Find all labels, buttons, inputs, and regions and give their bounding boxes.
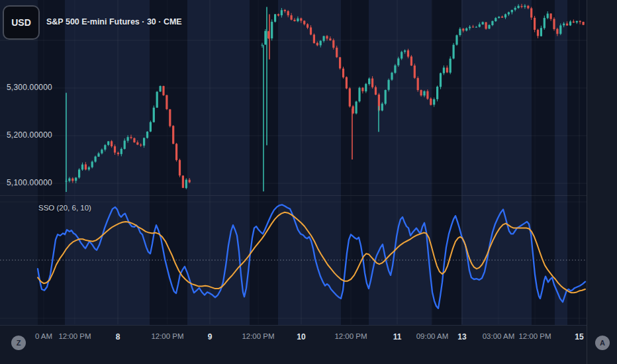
right-price-scale[interactable]: 1.000000.00000-1.00000 [587,0,617,364]
currency-toggle-button[interactable]: USD [3,5,40,40]
time-axis[interactable]: Z 0 AM12:00 PM812:00 PM912:00 PM1012:00 … [0,326,587,364]
indicator-label[interactable]: SSO (20, 6, 10) [38,204,91,212]
chart-application: 5,300.000005,200.000005,100.00000 1.0000… [0,0,617,364]
price-axis-label: 5,300.00000 [7,83,52,92]
price-axis-label: 5,100.00000 [7,178,52,187]
auto-scale-badge[interactable]: A [595,336,610,350]
pane-divider[interactable] [0,195,617,196]
chart-legend: USD S&P 500 E-mini Futures · 30 · CME [3,5,182,40]
price-axis-label: 5,200.00000 [7,130,52,140]
symbol-title[interactable]: S&P 500 E-mini Futures · 30 · CME [46,17,182,26]
oscillator-chart[interactable] [0,196,587,324]
